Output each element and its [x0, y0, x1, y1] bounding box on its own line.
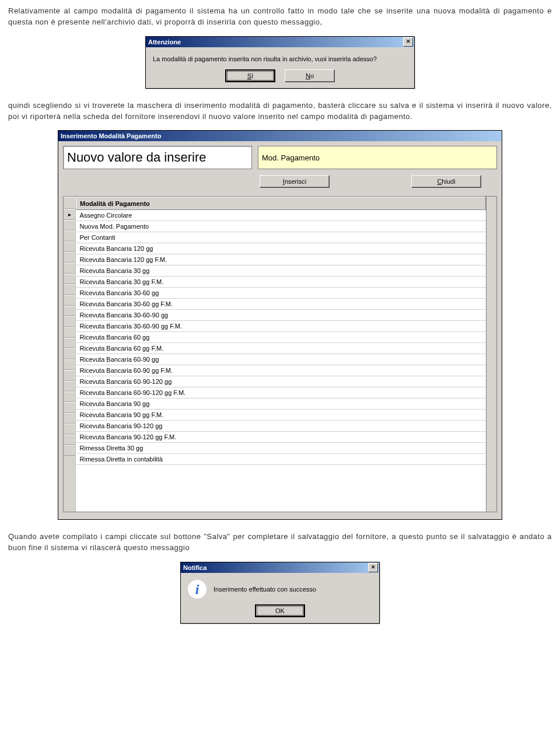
row-marker[interactable]: [64, 316, 75, 327]
mod-pagamento-input[interactable]: Mod. Pagamento: [258, 146, 497, 169]
row-marker[interactable]: [64, 306, 75, 316]
grid-cell[interactable]: Ricevuta Bancaria 60-90-120 gg: [76, 376, 486, 387]
row-marker[interactable]: [64, 413, 75, 424]
table-row[interactable]: Nuova Mod. Pagamento: [76, 221, 486, 232]
grid-cell[interactable]: Ricevuta Bancaria 90-120 gg: [76, 421, 486, 432]
paragraph-2: quindi scegliendo si vi troverete la mas…: [8, 100, 552, 123]
paragraph-3: Quando avete compilato i campi cliccate …: [8, 531, 552, 554]
dialog-attenzione: Attenzione ✕ La modalità di pagamento in…: [145, 36, 415, 89]
grid-cell[interactable]: Ricevuta Bancaria 90-120 gg F.M.: [76, 432, 486, 443]
row-marker[interactable]: ▸: [64, 209, 75, 219]
row-marker[interactable]: [64, 284, 75, 295]
row-marker[interactable]: [64, 274, 75, 284]
table-row[interactable]: Rimessa Diretta 30 gg: [76, 443, 486, 454]
dialog-title: Attenzione: [148, 39, 181, 46]
row-marker[interactable]: [64, 230, 75, 241]
row-marker[interactable]: [64, 445, 75, 456]
grid-cell[interactable]: Ricevuta Bancaria 30-60 gg F.M.: [76, 299, 486, 310]
row-marker[interactable]: [64, 295, 75, 306]
table-row[interactable]: Ricevuta Bancaria 90 gg: [76, 398, 486, 410]
row-marker[interactable]: [64, 359, 75, 370]
chiudi-button[interactable]: Chiudi: [411, 175, 481, 188]
ok-button[interactable]: OK: [255, 604, 305, 617]
grid-cell[interactable]: Ricevuta Bancaria 30 gg F.M.: [76, 277, 486, 288]
grid-cell[interactable]: Ricevuta Bancaria 60-90 gg F.M.: [76, 365, 486, 376]
grid-cell[interactable]: Ricevuta Bancaria 30-60-90 gg F.M.: [76, 321, 486, 332]
nuovo-valore-label-field: Nuovo valore da inserire: [63, 146, 252, 169]
table-row[interactable]: Ricevuta Bancaria 60-90-120 gg F.M.: [76, 387, 486, 398]
titlebar-notifica[interactable]: Notifica ✕: [181, 562, 379, 573]
row-marker[interactable]: [64, 220, 75, 230]
dialog-title: Inserimento Modalità Pagamento: [61, 132, 161, 139]
grid-cell[interactable]: Nuova Mod. Pagamento: [76, 221, 486, 232]
grid-cell[interactable]: Rimessa Diretta in contabilità: [76, 454, 486, 465]
paragraph-1: Relativamente al campo modalità di pagam…: [8, 6, 552, 28]
table-row[interactable]: Ricevuta Bancaria 30-60 gg: [76, 288, 486, 299]
grid-cell[interactable]: Ricevuta Bancaria 60-90 gg: [76, 354, 486, 365]
table-row[interactable]: Assegno Circolare: [76, 210, 486, 221]
dialog-title: Notifica: [183, 564, 206, 571]
dialog-text: La modalità di pagamento inserita non ri…: [146, 47, 414, 67]
table-row[interactable]: Ricevuta Bancaria 60-90 gg: [76, 354, 486, 365]
table-row[interactable]: Per Contanti: [76, 232, 486, 243]
grid-cell[interactable]: Ricevuta Bancaria 60 gg: [76, 332, 486, 343]
grid-cell[interactable]: Ricevuta Bancaria 90 gg F.M.: [76, 410, 486, 421]
scrollbar[interactable]: [486, 197, 496, 512]
table-row[interactable]: Ricevuta Bancaria 60-90 gg F.M.: [76, 365, 486, 376]
table-row[interactable]: Ricevuta Bancaria 90-120 gg F.M.: [76, 432, 486, 443]
table-row[interactable]: Ricevuta Bancaria 30-60 gg F.M.: [76, 299, 486, 310]
table-row[interactable]: Ricevuta Bancaria 60 gg: [76, 332, 486, 343]
table-row[interactable]: Ricevuta Bancaria 90-120 gg: [76, 421, 486, 432]
close-icon[interactable]: ✕: [403, 37, 413, 47]
inserisci-button[interactable]: Inserisci: [260, 175, 330, 188]
grid-cell[interactable]: Ricevuta Bancaria 30-60 gg: [76, 288, 486, 299]
row-marker[interactable]: [64, 327, 75, 338]
row-marker[interactable]: [64, 263, 75, 273]
grid-modalita-pagamento[interactable]: ▸ Modalità di Pagamento Assegno Circolar…: [63, 196, 497, 512]
grid-cell[interactable]: Ricevuta Bancaria 60-90-120 gg F.M.: [76, 387, 486, 398]
notifica-text: Inserimento effettuato con successo: [214, 586, 316, 593]
row-marker[interactable]: [64, 391, 75, 402]
close-icon[interactable]: ✕: [368, 563, 378, 572]
grid-cell[interactable]: Ricevuta Bancaria 30-60-90 gg: [76, 310, 486, 321]
row-marker[interactable]: [64, 348, 75, 359]
dialog-inserimento-modalita: Inserimento Modalità Pagamento Nuovo val…: [58, 130, 502, 520]
grid-cell[interactable]: Ricevuta Bancaria 120 gg F.M.: [76, 254, 486, 265]
row-marker[interactable]: [64, 402, 75, 412]
table-row[interactable]: Ricevuta Bancaria 30 gg: [76, 265, 486, 277]
table-row[interactable]: Ricevuta Bancaria 30 gg F.M.: [76, 277, 486, 288]
dialog-notifica: Notifica ✕ i Inserimento effettuato con …: [180, 562, 380, 624]
table-row[interactable]: Ricevuta Bancaria 30-60-90 gg F.M.: [76, 321, 486, 332]
grid-cell[interactable]: Per Contanti: [76, 232, 486, 243]
row-marker[interactable]: [64, 370, 75, 380]
table-row[interactable]: Ricevuta Bancaria 90 gg F.M.: [76, 410, 486, 421]
grid-cell[interactable]: Rimessa Diretta 30 gg: [76, 443, 486, 454]
no-button[interactable]: No: [285, 69, 335, 82]
info-icon: i: [188, 580, 206, 599]
grid-cell[interactable]: Ricevuta Bancaria 90 gg: [76, 398, 486, 410]
table-row[interactable]: Ricevuta Bancaria 60 gg F.M.: [76, 343, 486, 354]
grid-header[interactable]: Modalità di Pagamento: [76, 197, 486, 210]
row-marker[interactable]: [64, 381, 75, 391]
row-marker[interactable]: [64, 242, 75, 252]
table-row[interactable]: Ricevuta Bancaria 120 gg F.M.: [76, 254, 486, 265]
row-marker[interactable]: [64, 424, 75, 434]
table-row[interactable]: Rimessa Diretta in contabilità: [76, 454, 486, 465]
titlebar-insmod[interactable]: Inserimento Modalità Pagamento: [58, 131, 502, 141]
row-marker[interactable]: [64, 252, 75, 263]
table-row[interactable]: Ricevuta Bancaria 120 gg: [76, 243, 486, 254]
grid-cell[interactable]: Assegno Circolare: [76, 210, 486, 221]
grid-cell[interactable]: Ricevuta Bancaria 60 gg F.M.: [76, 343, 486, 354]
table-row[interactable]: Ricevuta Bancaria 60-90-120 gg: [76, 376, 486, 387]
row-marker[interactable]: [64, 338, 75, 348]
table-row[interactable]: Ricevuta Bancaria 30-60-90 gg: [76, 310, 486, 321]
row-marker[interactable]: [64, 435, 75, 445]
grid-cell[interactable]: Ricevuta Bancaria 120 gg: [76, 243, 486, 254]
grid-cell[interactable]: Ricevuta Bancaria 30 gg: [76, 265, 486, 277]
si-button[interactable]: Sì: [225, 69, 275, 82]
titlebar-attenzione[interactable]: Attenzione ✕: [146, 37, 414, 47]
